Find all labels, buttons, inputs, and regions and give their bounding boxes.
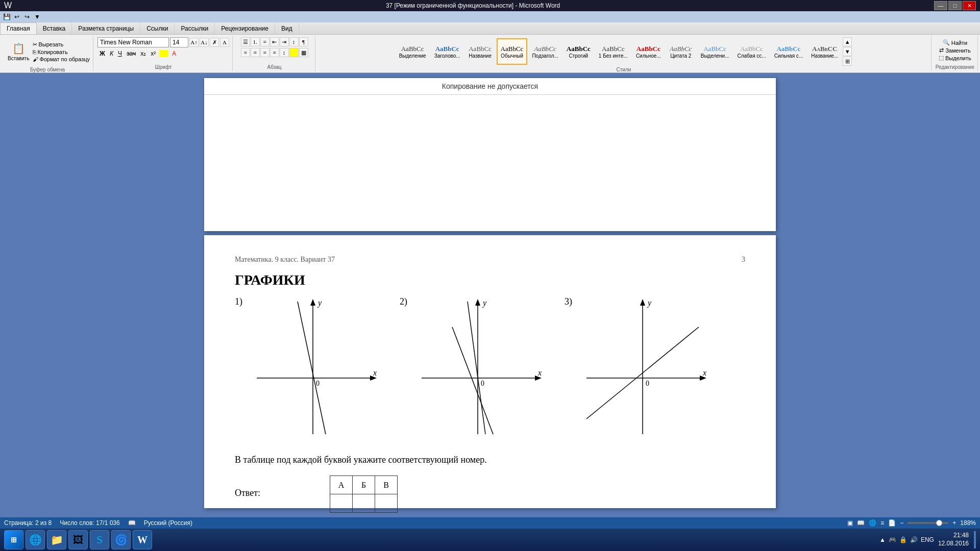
strikethrough-button[interactable]: зач (125, 49, 138, 58)
paste-button[interactable]: 📋 Вставить (5, 37, 32, 66)
view-outline-btn[interactable]: ≡ (880, 519, 884, 527)
status-bar: Страница: 2 из 8 Число слов: 17/1 036 📖 … (0, 517, 980, 529)
multilevel-btn[interactable]: ≡ (260, 37, 270, 46)
title-bar-title: 37 [Режим ограниченной функциональности]… (12, 2, 934, 9)
align-right-btn[interactable]: ≡ (260, 48, 270, 57)
tab-layout[interactable]: Разметка страницы (72, 23, 140, 34)
line-spacing-btn[interactable]: ↕ (280, 48, 289, 57)
word-taskbar-btn[interactable]: W (133, 530, 152, 549)
svg-marker-19 (640, 299, 645, 306)
style-item-2[interactable]: AaBbCс Название (465, 38, 496, 65)
show-marks-btn[interactable]: ¶ (299, 37, 308, 46)
highlight-btn[interactable] (159, 50, 168, 57)
text-effects-btn[interactable]: A (220, 38, 229, 47)
replace-button[interactable]: ⇄ Заменить (939, 47, 970, 54)
style-item-7[interactable]: AaBbCс Сильное... (632, 38, 665, 65)
zoom-in-btn[interactable]: + (952, 519, 956, 527)
cut-button[interactable]: ✂ Вырезать (33, 41, 90, 48)
tray-arrow[interactable]: ▲ (879, 536, 886, 543)
tab-mailings[interactable]: Рассылки (175, 23, 215, 34)
styles-expand[interactable]: ⊞ (843, 57, 852, 66)
styles-scroll-down[interactable]: ▼ (843, 47, 852, 56)
graph-item-2: 2) y x 0 (400, 296, 544, 439)
copy-button[interactable]: ⎘ Копировать (33, 49, 90, 55)
style-item-8[interactable]: AaBbCс Цитата 2 (666, 38, 696, 65)
question-text: В таблице под каждой буквой укажите соот… (235, 455, 745, 465)
shading-btn[interactable] (289, 48, 299, 57)
underline-button[interactable]: Ч (116, 49, 124, 58)
volume-icon[interactable]: 🔊 (910, 536, 918, 543)
grow-font-btn[interactable]: A↑ (189, 38, 199, 47)
justify-btn[interactable]: ≡ (270, 48, 279, 57)
bold-button[interactable]: Ж (97, 49, 107, 58)
numbered-btn[interactable]: 1. (251, 37, 260, 46)
font-name-input[interactable] (97, 37, 169, 47)
answer-cell-v[interactable] (375, 494, 398, 513)
style-item-12[interactable]: AaBbCC Название... (807, 38, 842, 65)
maximize-button[interactable]: □ (948, 1, 962, 10)
close-button[interactable]: ✕ (963, 1, 976, 10)
find-button[interactable]: 🔍 Найти (943, 39, 967, 46)
skype-btn[interactable]: S (90, 530, 109, 549)
style-item-5[interactable]: AaBbCс Строгий (563, 38, 594, 65)
clock[interactable]: 21:48 12.08.2016 (938, 532, 969, 547)
increase-indent-btn[interactable]: ⇥ (280, 37, 289, 46)
view-reading-btn[interactable]: 📖 (857, 519, 865, 527)
explorer-btn[interactable]: 📁 (47, 530, 66, 549)
tab-insert[interactable]: Вставка (37, 23, 72, 34)
align-left-btn[interactable]: ≡ (241, 48, 250, 57)
style-sample-8: AaBbCс (670, 45, 692, 53)
superscript-button[interactable]: x² (149, 49, 158, 58)
clear-format-btn[interactable]: ✗ (210, 38, 219, 47)
redo-quick-btn[interactable]: ↪ (22, 12, 32, 21)
style-item-0[interactable]: AaBbCс Выделение (396, 38, 430, 65)
subscript-button[interactable]: x₂ (138, 49, 148, 58)
style-item-6[interactable]: AaBbCс 1 Без инте... (595, 38, 631, 65)
italic-button[interactable]: К (108, 49, 115, 58)
tab-view[interactable]: Вид (275, 23, 299, 34)
save-quick-btn[interactable]: 💾 (2, 12, 11, 21)
style-item-10[interactable]: AaBbCс Слабая сс... (734, 38, 770, 65)
minimize-button[interactable]: — (934, 1, 947, 10)
tab-home[interactable]: Главная (0, 22, 37, 34)
chrome-btn[interactable]: 🌀 (111, 530, 131, 549)
sort-btn[interactable]: ↕ (289, 37, 299, 46)
select-button[interactable]: ⬚ Выделить (939, 55, 971, 61)
network-icon[interactable]: 🔒 (899, 536, 907, 543)
style-item-3[interactable]: AaBbCс Обычный (497, 38, 528, 65)
main-page[interactable]: Математика. 9 класс. Вариант 37 3 ГРАФИК… (204, 235, 776, 508)
steam-icon[interactable]: 🎮 (889, 536, 896, 543)
font-size-input[interactable] (170, 37, 188, 47)
font-size-row: A↑ A↓ ✗ A (97, 37, 229, 47)
styles-scroll-up[interactable]: ▲ (843, 37, 852, 46)
start-button[interactable]: ⊞ (4, 530, 23, 549)
view-draft-btn[interactable]: 📄 (888, 519, 896, 527)
zoom-out-btn[interactable]: − (900, 519, 903, 527)
bullets-btn[interactable]: ☰ (241, 37, 250, 46)
answer-header-row: А Б В (330, 476, 398, 494)
align-center-btn[interactable]: ≡ (251, 48, 260, 57)
graph-item-3: 3) y x 0 (565, 296, 709, 439)
answer-cell-b[interactable] (353, 494, 375, 513)
format-paint-button[interactable]: 🖌 Формат по образцу (33, 56, 90, 62)
spell-check-icon[interactable]: 📖 (128, 519, 136, 527)
borders-btn[interactable]: ▦ (299, 48, 308, 57)
answer-cell-a[interactable] (330, 494, 353, 513)
font-color-btn[interactable]: A (170, 49, 178, 58)
gallery-btn[interactable]: 🖼 (68, 530, 88, 549)
ie-btn[interactable]: 🌐 (26, 530, 45, 549)
view-web-btn[interactable]: 🌐 (869, 519, 876, 527)
tab-references[interactable]: Ссылки (140, 23, 175, 34)
undo-quick-btn[interactable]: ↩ (12, 12, 21, 21)
decrease-indent-btn[interactable]: ⇤ (270, 37, 279, 46)
style-item-1[interactable]: AaBbCс Заголово... (431, 38, 464, 65)
shrink-font-btn[interactable]: A↓ (200, 38, 209, 47)
view-normal-btn[interactable]: ▣ (847, 519, 853, 527)
zoom-slider[interactable] (908, 522, 948, 524)
show-desktop-btn[interactable] (974, 531, 976, 548)
style-item-4[interactable]: AaBbCс Подзагол... (528, 38, 561, 65)
style-item-9[interactable]: AaBbCс Выделени... (697, 38, 733, 65)
customize-quick-btn[interactable]: ▼ (33, 12, 42, 21)
tab-review[interactable]: Рецензирование (215, 23, 275, 34)
style-item-11[interactable]: AaBbCс Сильная с... (771, 38, 806, 65)
